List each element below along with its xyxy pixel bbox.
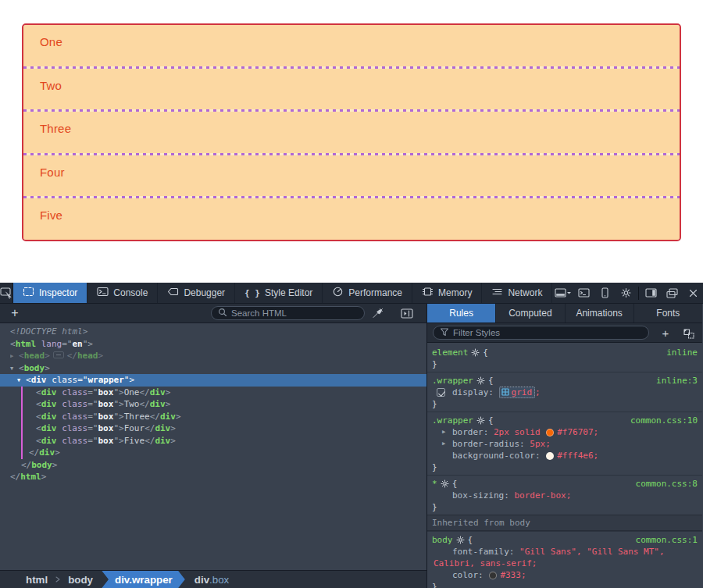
rule-source-link[interactable]: common.css:10: [630, 415, 698, 426]
markup-node-row[interactable]: <html lang="en">: [0, 338, 426, 351]
grid-box-label: Three: [40, 122, 71, 135]
breadcrumb-item-body[interactable]: body: [62, 571, 98, 588]
markup-node-row[interactable]: <!DOCTYPE html>: [0, 326, 426, 338]
console-icon: [97, 287, 109, 299]
sidebar-tabs: RulesComputedAnimationsFonts: [427, 304, 702, 323]
rule-source-link[interactable]: common.css:1: [636, 534, 698, 546]
rule-close-brace: }: [432, 461, 698, 473]
tab-inspector[interactable]: Inspector: [13, 283, 87, 303]
inherited-header: Inherited from body: [427, 515, 702, 531]
grid-box: Two: [23, 69, 680, 110]
three-pane-toggle-icon[interactable]: [398, 305, 416, 322]
rule-source-link[interactable]: common.css:8: [636, 478, 698, 490]
rule-gear-icon[interactable]: [471, 348, 480, 357]
add-rule-icon[interactable]: +: [656, 325, 675, 341]
separate-window-icon[interactable]: [662, 283, 683, 304]
tab-memory[interactable]: Memory: [412, 283, 482, 303]
markup-node-row[interactable]: <div class="box">Five</div>: [0, 435, 426, 447]
filter-styles-input[interactable]: Filter Styles: [433, 326, 649, 340]
expand-arrow-icon[interactable]: ▶: [10, 351, 13, 363]
css-declaration[interactable]: display: grid;: [432, 387, 698, 398]
search-html-input[interactable]: Search HTML: [211, 306, 365, 320]
rule-selector[interactable]: .wrapper: [432, 375, 473, 387]
grid-box: Four: [23, 155, 680, 197]
toggle-classes-icon[interactable]: [680, 325, 698, 341]
markup-node-row[interactable]: <div class="box">Four</div>: [0, 422, 426, 435]
expand-arrow-icon[interactable]: ▼: [10, 363, 13, 376]
grid-box: Five: [23, 198, 680, 240]
markup-node-row[interactable]: ▼<div class="wrapper">: [0, 374, 426, 387]
css-declaration[interactable]: ▶border: 2px solid #f76707;: [432, 426, 698, 438]
rule-close-brace: }: [432, 358, 698, 370]
css-rule: body { common.css:1 font-family: "Gill S…: [427, 531, 702, 588]
expand-declaration-icon[interactable]: ▶: [442, 426, 445, 438]
grid-box-label: Two: [40, 79, 62, 92]
expand-arrow-icon[interactable]: ▼: [17, 375, 20, 387]
add-node-button[interactable]: +: [6, 305, 23, 322]
rules-pane: RulesComputedAnimationsFonts Filter Styl…: [427, 304, 702, 588]
declaration-checkbox[interactable]: [437, 388, 445, 397]
markup-node-row[interactable]: ▶<head></head>: [0, 350, 426, 362]
filter-icon: [440, 327, 449, 338]
rule-selector[interactable]: element: [432, 347, 468, 358]
memory-icon: [422, 287, 434, 299]
rule-source-link[interactable]: inline:3: [656, 375, 698, 387]
rule-selector[interactable]: *: [432, 478, 437, 490]
responsive-mode-icon[interactable]: [594, 283, 616, 304]
color-swatch[interactable]: [546, 429, 554, 437]
css-rule: * { common.css:8 box-sizing: border-box;…: [427, 475, 702, 515]
tab-style-editor[interactable]: { }Style Editor: [235, 283, 323, 303]
close-icon[interactable]: [683, 283, 703, 304]
tab-debugger[interactable]: Debugger: [158, 283, 235, 303]
eyedropper-icon[interactable]: [369, 305, 386, 322]
markup-node-row[interactable]: </div>: [0, 447, 426, 459]
breadcrumb-item-html[interactable]: html: [20, 571, 53, 588]
inspector-icon: [23, 287, 34, 299]
grid-highlighter-toggle[interactable]: grid: [499, 387, 536, 398]
pick-element-button[interactable]: [0, 283, 13, 303]
dock-side-icon[interactable]: [641, 283, 662, 304]
collapsed-content-badge[interactable]: [53, 351, 64, 358]
search-icon: [218, 308, 227, 319]
dock-bottom-icon[interactable]: [552, 283, 573, 304]
rule-selector[interactable]: .wrapper: [432, 415, 473, 426]
tab-console[interactable]: Console: [87, 283, 158, 303]
css-declaration[interactable]: background-color: #fff4e6;: [432, 450, 698, 461]
rule-gear-icon[interactable]: [456, 536, 465, 544]
rules-view: element { inline } .wrapper { inline:3 d…: [427, 343, 702, 588]
expand-declaration-icon[interactable]: ▶: [442, 438, 445, 450]
performance-icon: [332, 287, 344, 299]
css-declaration[interactable]: box-sizing: border-box;: [432, 490, 698, 501]
sidebar-tab-fonts[interactable]: Fonts: [634, 304, 702, 323]
css-rule: element { inline }: [427, 343, 702, 372]
rule-gear-icon[interactable]: [476, 416, 485, 425]
markup-node-row[interactable]: <div class="box">Three</div>: [0, 411, 426, 423]
markup-view: <!DOCTYPE html><html lang="en">▶<head></…: [0, 323, 426, 570]
color-swatch[interactable]: [489, 572, 497, 579]
color-swatch[interactable]: [546, 452, 554, 460]
markup-node-row[interactable]: ▼<body>: [0, 362, 426, 375]
settings-icon[interactable]: [616, 283, 637, 304]
rule-gear-icon[interactable]: [441, 479, 449, 488]
markup-node-row[interactable]: <div class="box">One</div>: [0, 387, 426, 399]
markup-node-row[interactable]: </body>: [0, 459, 426, 472]
breadcrumb-item-div.wrapper[interactable]: div.wrapper: [102, 571, 185, 588]
devtools-tabbar: Inspector Console Debugger { }Style Edit…: [0, 283, 703, 304]
grid-box-label: Five: [40, 208, 62, 222]
network-icon: [491, 287, 503, 299]
css-declaration[interactable]: font-family: "Gill Sans", "Gill Sans MT"…: [432, 546, 698, 558]
tab-performance[interactable]: Performance: [323, 283, 412, 303]
sidebar-tab-computed[interactable]: Computed: [496, 304, 565, 323]
sidebar-tab-rules[interactable]: Rules: [427, 304, 496, 323]
markup-node-row[interactable]: </html>: [0, 471, 426, 483]
markup-node-row[interactable]: <div class="box">Two</div>: [0, 398, 426, 411]
breadcrumb-item-div.box[interactable]: div.box: [185, 571, 234, 588]
css-declaration[interactable]: ▶border-radius: 5px;: [432, 438, 698, 450]
sidebar-tab-animations[interactable]: Animations: [566, 304, 634, 323]
tab-network[interactable]: Network: [482, 283, 552, 303]
rule-selector[interactable]: body: [432, 534, 453, 546]
split-console-icon[interactable]: [573, 283, 594, 304]
rule-source-link[interactable]: inline: [666, 347, 698, 358]
rule-gear-icon[interactable]: [476, 376, 485, 385]
css-declaration[interactable]: color: #333;: [432, 569, 698, 581]
